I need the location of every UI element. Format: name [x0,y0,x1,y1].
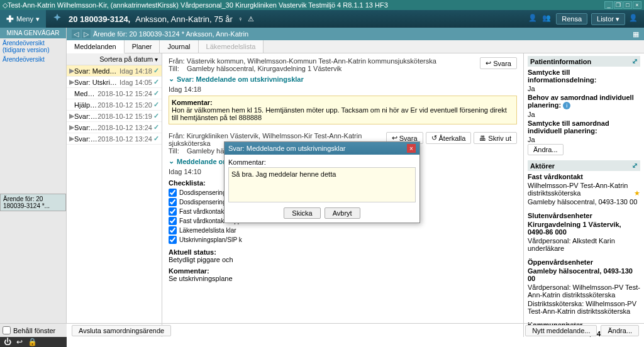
chevron-down-icon[interactable]: ⌄ [169,157,174,165]
aterkalla-button[interactable]: ↺ Återkalla [426,132,472,144]
sidebar-active-tab[interactable]: Ärende för: 20 180039-3124 *... [0,194,66,211]
expand-icon[interactable]: ⤢ [632,57,638,65]
patient-name: Anksson, Ann-Katrin, 75 år [135,14,233,24]
close-button[interactable]: × [633,1,641,9]
skicka-button[interactable]: Skicka [284,207,320,219]
users-icon[interactable]: 👥 [542,14,552,24]
comment-textarea[interactable] [228,167,416,202]
tab-meddelanden[interactable]: Meddelanden [67,40,125,53]
rensa-button[interactable]: Rensa [556,13,587,25]
message-item[interactable]: ▶Svar: Inskrivningsmedd...2018-10-12 13:… [67,122,162,133]
grid-icon[interactable]: ▦ [633,30,639,38]
star-icon: ★ [634,189,640,197]
behall-checkbox[interactable] [3,326,11,334]
app-logo-icon [51,13,64,25]
svara-button[interactable]: ↩ Svara [480,57,517,69]
content-title: Ärende för: 20 180039-3124 * Anksson, An… [93,30,248,38]
message-item[interactable]: Meddelande om ny ber...2018-10-12 15:24✓ [67,88,162,99]
modal-title: Svar: Meddelande om utskrivningsklar [228,145,345,152]
avbryt-button[interactable]: Avbryt [325,207,360,219]
andra-button[interactable]: Ändra... [528,144,564,155]
avsluta-button[interactable]: Avsluta samordningsärende [72,325,171,336]
sidebar-link-old[interactable]: Ärendeöversikt (tidigare version) [0,38,66,55]
reply-modal: Svar: Meddelande om utskrivningsklar × K… [224,141,420,223]
lock-icon[interactable]: 🔒 [28,338,37,346]
message-item[interactable]: ▶Svar: Status2018-10-12 15:19✓ [67,111,162,122]
warning-icon: ⚠ [248,15,254,23]
window-title: Test-Ann-Katrin Wilhelmsson-Kir, (annkat… [8,1,604,9]
bottom-bar: Behåll fönster Avsluta samordningsärende… [0,323,644,337]
logout-icon[interactable]: ↩ [16,338,23,346]
window-titlebar: ◇ Test-Ann-Katrin Wilhelmsson-Kir, (annk… [0,0,644,10]
tab-lakemedel: Läkemedelslista [199,40,264,53]
user-icon[interactable]: 👤 [528,14,538,24]
plus-icon: ✚ [6,14,14,24]
status-bar: ⏻ ↩ 🔒 [0,337,67,347]
message-list: Sortera på datum ▾ ▶Svar: Meddelande om … [67,53,162,337]
tab-journal[interactable]: Journal [160,40,198,53]
chevron-down-icon[interactable]: ⌄ [169,75,174,83]
diamond-icon: ◇ [3,1,8,9]
sidebar-header: MINA GENVÄGAR [0,28,66,38]
nytt-meddelande-button[interactable]: Nytt meddelande... [525,325,597,336]
message-item[interactable]: ▶Svar: UtskrivningsplaneringIdag 14:05✓ [67,77,162,88]
skrivut-button[interactable]: 🖶 Skriv ut [474,132,517,144]
listor-button[interactable]: Listor ▾ [591,13,625,25]
restore-button[interactable]: ❐ [614,1,623,9]
sort-dropdown[interactable]: Sortera på datum ▾ [67,53,162,65]
expand-icon[interactable]: ⤢ [632,162,638,170]
patient-info: 20 180039-3124, Anksson, Ann-Katrin, 75 … [69,14,528,24]
power-icon[interactable]: ⏻ [4,338,11,346]
tabs: Meddelanden Planer Journal Läkemedelslis… [67,40,644,53]
content-header: ◁ ▷ Ärende för: 20 180039-3124 * Anksson… [67,28,644,40]
info-icon[interactable]: i [563,102,570,109]
female-icon: ♀ [238,15,243,23]
checklist-item: Utskrivningsplan/SIP k [169,235,517,245]
profile-icon[interactable]: 👤 [629,14,639,24]
tab-planer[interactable]: Planer [125,40,160,53]
message-item[interactable]: ▶Svar: Kallelse till samor...2018-10-12 … [67,133,162,145]
chevron-down-icon: ▾ [36,15,40,23]
andra-bottom-button[interactable]: Ändra... [601,325,639,336]
sidebar-link-overview[interactable]: Ärendeöversikt [0,55,66,64]
message-item[interactable]: Hjälpmedel2018-10-12 15:20✓ [67,99,162,111]
right-panel: Patientinformation⤢ Samtycke till inform… [523,53,644,337]
nav-fwd-button[interactable]: ▷ [82,30,91,38]
patient-id: 20 180039-3124, [69,14,130,24]
menu-button[interactable]: ✚ Meny ▾ [0,10,46,28]
checklist-item: Läkemedelslista klar [169,226,517,235]
modal-close-button[interactable]: × [407,144,416,153]
nav-back-button[interactable]: ◁ [72,30,80,38]
sidebar: MINA GENVÄGAR Ärendeöversikt (tidigare v… [0,28,67,337]
minimize-button[interactable]: _ [604,1,613,9]
message-item[interactable]: ▶Svar: Meddelande om utskrivn...Idag 14:… [67,65,162,77]
top-toolbar: ✚ Meny ▾ 20 180039-3124, Anksson, Ann-Ka… [0,10,644,28]
maximize-button[interactable]: □ [623,1,632,9]
